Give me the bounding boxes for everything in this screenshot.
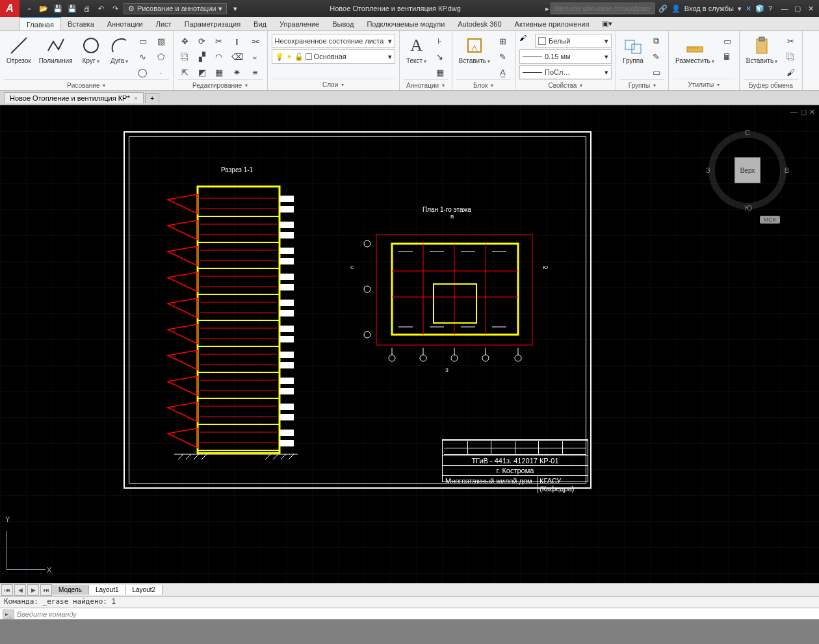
command-input[interactable]: Введите команду [17, 610, 77, 618]
layout-tab-model[interactable]: Модель [52, 585, 89, 595]
drawing-canvas[interactable]: — ▢ ✕ Разрез 1-1 План 1-го этажа [0, 105, 819, 583]
spline-icon[interactable]: ∿ [135, 49, 151, 64]
tab-parametric[interactable]: Параметризация [178, 17, 247, 31]
connect-icon[interactable]: 🔗 [658, 5, 668, 13]
new-tab-button[interactable]: + [145, 93, 159, 103]
matchprop-icon[interactable]: 🖌 [783, 65, 798, 79]
viewcube-s[interactable]: Ю [745, 204, 752, 212]
group-button[interactable]: Группа [620, 34, 646, 66]
minimize-button[interactable]: — [779, 3, 790, 14]
match-props-icon[interactable]: 🖌 [519, 34, 534, 48]
line-button[interactable]: Отрезок [4, 34, 34, 66]
redo-icon[interactable]: ↷ [109, 3, 121, 14]
insert-block-button[interactable]: Вставить [456, 34, 493, 66]
group-bbox-icon[interactable]: ▭ [649, 65, 664, 79]
stretch-icon[interactable]: ⇱ [177, 65, 193, 79]
help-icon[interactable]: ? [768, 5, 772, 12]
break-icon[interactable]: ⏓ [248, 49, 263, 64]
panel-layers-label[interactable]: Слои [272, 79, 395, 90]
create-block-icon[interactable]: ⊞ [495, 34, 511, 48]
command-toggle-icon[interactable]: ▸_ [3, 610, 14, 619]
keyword-search-input[interactable] [551, 3, 655, 14]
scale-icon[interactable]: ◩ [194, 65, 210, 79]
saveas-icon[interactable]: 💾 [66, 3, 78, 14]
layout-tab-2[interactable]: Layout2 [126, 585, 163, 595]
print-icon[interactable]: 🖨 [81, 3, 92, 14]
maximize-button[interactable]: ▢ [792, 3, 803, 14]
tab-view[interactable]: Вид [247, 17, 273, 31]
join-icon[interactable]: ⫘ [248, 34, 263, 48]
hatch-icon[interactable]: ▨ [153, 34, 169, 48]
color-dropdown[interactable]: Белый▾ [535, 34, 612, 48]
edit-block-icon[interactable]: ✎ [495, 49, 511, 64]
ungroup-icon[interactable]: ⧉ [649, 34, 664, 48]
dimension-icon[interactable]: ⊦ [432, 34, 448, 48]
vp-minimize-icon[interactable]: — [790, 108, 798, 116]
current-layer-dropdown[interactable]: 💡 ☀ 🔓 Основная ▾ [272, 49, 395, 64]
point-icon[interactable]: · [153, 65, 169, 79]
copy-clip-icon[interactable]: ⿻ [783, 49, 798, 64]
group-edit-icon[interactable]: ✎ [649, 49, 664, 64]
qat-more-icon[interactable]: ▾ [229, 3, 241, 14]
search-play-icon[interactable]: ▸ [545, 5, 549, 13]
tab-home[interactable]: Главная [20, 17, 61, 31]
viewcube-top-face[interactable]: Верх [734, 157, 760, 183]
offset-icon[interactable]: ⫿ [229, 34, 245, 48]
circle-button[interactable]: Круг [78, 34, 104, 66]
app-store-icon[interactable]: 🧊 [755, 5, 764, 13]
leader-icon[interactable]: ↘ [432, 49, 448, 64]
array-icon[interactable]: ▦ [211, 65, 227, 79]
tab-prev-icon[interactable]: ◀ [14, 584, 26, 596]
chevron-down-icon[interactable]: ▾ [738, 5, 742, 13]
panel-utils-label[interactable]: Утилиты [673, 79, 735, 90]
exchange-icon[interactable]: ✕ [746, 5, 751, 13]
table-icon[interactable]: ▦ [432, 65, 448, 79]
polygon-icon[interactable]: ⬠ [153, 49, 169, 64]
panel-edit-label[interactable]: Редактирование [177, 79, 263, 90]
tab-output[interactable]: Вывод [326, 17, 360, 31]
app-logo-icon[interactable]: A [0, 0, 20, 17]
mirror-icon[interactable]: ▞ [194, 49, 210, 64]
workspace-dropdown[interactable]: ⚙ Рисование и аннотации ▾ [124, 3, 227, 14]
measure-button[interactable]: Разместить [673, 34, 717, 66]
lineweight-dropdown[interactable]: 0.15 мм▾ [519, 49, 612, 64]
viewcube-n[interactable]: С [745, 129, 750, 136]
layout-tab-1[interactable]: Layout1 [89, 585, 126, 595]
erase-icon[interactable]: ⌫ [229, 49, 245, 64]
tab-annotate[interactable]: Аннотации [101, 17, 150, 31]
attr-icon[interactable]: A̲ [495, 65, 511, 79]
explode-icon[interactable]: ✷ [229, 65, 245, 79]
new-icon[interactable]: ▫ [23, 3, 35, 14]
wcs-badge[interactable]: МСК [760, 216, 780, 224]
tab-a360[interactable]: Autodesk 360 [451, 17, 508, 31]
open-icon[interactable]: 📂 [38, 3, 49, 14]
move-icon[interactable]: ✥ [177, 34, 193, 48]
tab-last-icon[interactable]: ⏭ [40, 584, 52, 596]
file-tab[interactable]: Новое Отопление и вентиляция КР* × [4, 92, 144, 103]
close-button[interactable]: ✕ [805, 3, 816, 14]
quickcalc-icon[interactable]: 🖩 [720, 49, 735, 64]
panel-groups-label[interactable]: Группы [620, 79, 664, 90]
viewcube-e[interactable]: В [785, 166, 789, 174]
tab-first-icon[interactable]: ⏮ [1, 584, 13, 596]
panel-props-label[interactable]: Свойства [519, 79, 612, 90]
save-icon[interactable]: 💾 [52, 3, 64, 14]
linetype-dropdown[interactable]: ПоСл…▾ [519, 65, 612, 79]
tab-next-icon[interactable]: ▶ [27, 584, 39, 596]
close-tab-icon[interactable]: × [134, 94, 138, 102]
ellipse-icon[interactable]: ◯ [135, 65, 151, 79]
cut-icon[interactable]: ✂ [783, 34, 798, 48]
tab-plugins[interactable]: Подключаемые модули [360, 17, 451, 31]
viewcube-w[interactable]: З [706, 166, 710, 174]
select-icon[interactable]: ▭ [720, 34, 735, 48]
tab-insert[interactable]: Вставка [61, 17, 101, 31]
paste-button[interactable]: Вставить [744, 34, 780, 66]
copy-icon[interactable]: ⿻ [177, 49, 193, 64]
tab-manage[interactable]: Управление [273, 17, 326, 31]
undo-icon[interactable]: ↶ [95, 3, 107, 14]
viewcube[interactable]: Верх С Ю З В [708, 131, 786, 209]
panel-block-label[interactable]: Блок [456, 79, 511, 90]
login-link[interactable]: Вход в службы [684, 5, 734, 12]
text-button[interactable]: A Текст [404, 34, 430, 66]
trim-icon[interactable]: ✂ [211, 34, 227, 48]
